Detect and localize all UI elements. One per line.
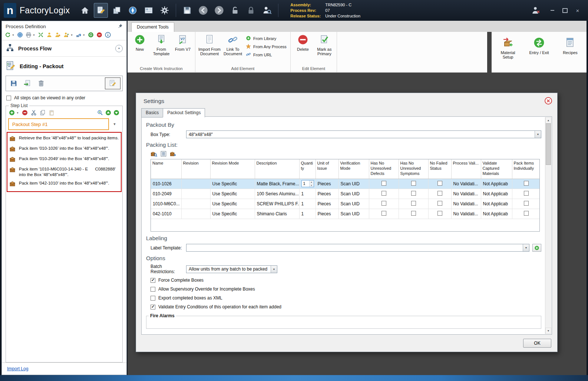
import-step-button[interactable] [22,77,33,89]
list-view-icon[interactable] [160,150,167,157]
print-caret-icon[interactable]: ▼ [33,34,35,36]
quantity-spinner[interactable]: 1▲▼ [301,180,314,187]
from-template-button[interactable]: From Template [151,33,172,57]
user-star-icon[interactable] [55,32,61,38]
no-failed-status-checkbox[interactable] [437,211,442,216]
add-step-caret-icon[interactable]: ▼ [16,112,19,114]
find-box-icon[interactable] [151,150,157,157]
validate-entry-conditions-checkbox[interactable] [151,305,155,309]
col-unit-of-issue-header[interactable]: Unit of Issue [316,159,338,179]
col-quantity-header[interactable]: Quantity [299,159,316,179]
entry-exit-button[interactable]: Entry / Exit [526,36,552,56]
navigator-icon[interactable] [126,3,140,18]
col-has-no-unresolved-symptoms-header[interactable]: Has No Unresolved Symptoms [399,159,428,179]
collapse-chevron-icon[interactable]: ▼ [115,45,123,52]
delete-element-button[interactable]: Delete [293,33,313,53]
scroll-up-icon[interactable]: ▲ [545,117,551,123]
step-dropdown-chevron-icon[interactable]: ▼ [109,122,120,126]
process-flow-row[interactable]: Process Flow ▼ [2,40,126,57]
packing-row-4[interactable]: 042-1010 Use Specific Shimano Claris 1 P… [151,209,540,219]
has-no-unresolved-defects-checkbox[interactable] [381,181,386,186]
mark-as-primary-button[interactable]: Mark as Primary [314,33,335,57]
add-label-template-button[interactable] [532,244,541,252]
ok-button[interactable]: OK [523,339,551,348]
pack-items-individually-checkbox[interactable] [524,211,529,216]
packing-row-3[interactable]: 1010-M6C0... Use Specific SCREW PHILLIPS… [151,199,540,209]
undo-back-icon[interactable] [196,3,210,18]
col-verification-mode-header[interactable]: Verification Mode [338,159,369,179]
supervisory-override-checkbox[interactable] [151,287,155,292]
save-icon[interactable] [180,3,194,18]
delete-step-button[interactable] [35,77,47,89]
user-icon[interactable] [46,32,52,38]
export-xml-checkbox[interactable] [151,296,155,301]
box-export-icon[interactable] [170,150,176,157]
scroll-down-icon[interactable]: ▼ [545,328,551,334]
col-revision-header[interactable]: Revision [181,159,210,179]
sync-icon[interactable] [88,32,94,38]
move-step-down-icon[interactable] [113,110,119,116]
step-action-item[interactable]: Pack item '010-2049' into the Box '48"x4… [9,156,119,163]
no-failed-status-checkbox[interactable] [437,201,442,206]
col-no-failed-status-header[interactable]: No Failed Status [428,159,451,179]
col-name-header[interactable]: Name [151,159,181,179]
logout-user-icon[interactable] [529,3,543,18]
step-action-item[interactable]: Pack item '1010-M6C010-14-340 - E C08828… [9,166,119,178]
spinner-down-icon[interactable]: ▼ [310,184,314,187]
pack-items-individually-checkbox[interactable] [524,191,529,196]
edit-step-document-button[interactable] [105,77,120,89]
cut-icon[interactable] [31,110,37,116]
import-log-link[interactable]: Import Log [7,366,28,371]
expand-all-icon[interactable] [38,32,44,38]
redo-forward-icon[interactable] [212,3,226,18]
has-no-unresolved-symptoms-checkbox[interactable] [411,211,416,216]
col-revision-mode-header[interactable]: Revision Mode [210,159,255,179]
move-step-up-icon[interactable] [105,110,111,116]
label-template-select[interactable]: ▼ [186,244,529,252]
col-pack-items-individually-header[interactable]: Pack Items Individually [512,159,540,179]
find-user-icon[interactable] [260,3,274,18]
has-no-unresolved-defects-checkbox[interactable] [381,201,386,206]
step-action-item[interactable]: Retrieve the Box '48"x48"x48"' to load p… [9,135,119,143]
close-window-button[interactable]: × [575,7,581,13]
minimize-button[interactable] [549,7,555,13]
import-from-document-button[interactable]: Import From Document [197,33,222,57]
box-type-select[interactable]: 48"x48"x48" ▼ [186,130,541,138]
zoom-step-icon[interactable] [97,110,103,116]
refresh-icon[interactable] [5,32,11,38]
layers-icon[interactable] [110,3,124,18]
copy-icon[interactable] [40,110,46,116]
user-flag-icon[interactable] [63,32,69,38]
col-has-no-unresolved-defects-header[interactable]: Has No Unresolved Defects [369,159,399,179]
dialog-close-icon[interactable]: ✕ [545,97,552,105]
scroll-thumb[interactable] [546,123,551,165]
packing-row-2[interactable]: 010-2049 Use Specific 100 Series Aluminu… [151,189,540,199]
no-failed-status-checkbox[interactable] [437,191,442,196]
stop-icon[interactable] [96,32,102,38]
view-any-order-checkbox[interactable] [6,96,11,100]
globe-icon[interactable] [17,32,23,38]
has-no-unresolved-symptoms-checkbox[interactable] [411,181,416,186]
new-button[interactable]: New [129,33,150,53]
save-step-button[interactable] [8,77,20,89]
pack-items-individually-checkbox[interactable] [524,201,529,206]
has-no-unresolved-symptoms-checkbox[interactable] [411,201,416,206]
from-any-process-button[interactable]: From Any Process [246,44,287,50]
info-icon[interactable] [105,32,111,38]
user-flag-caret-icon[interactable]: ▼ [70,34,73,36]
unlock-icon[interactable] [228,3,242,18]
add-step-icon[interactable] [9,110,15,116]
maximize-button[interactable] [562,7,568,13]
selected-step-field[interactable]: Packout Step #1 [8,118,109,130]
col-process-validation-header[interactable]: Process Vali... [451,159,481,179]
home-icon[interactable] [78,3,92,18]
has-no-unresolved-defects-checkbox[interactable] [381,211,386,216]
tab-packout-settings[interactable]: Packout Settings [163,108,205,117]
work-instructions-icon[interactable] [94,3,108,18]
from-v7-button[interactable]: V7 From V7 [172,33,193,53]
settings-gear-icon[interactable] [158,3,172,18]
from-library-button[interactable]: From Library [246,36,287,42]
reports-icon[interactable] [142,3,156,18]
spinner-up-icon[interactable]: ▲ [310,180,314,184]
has-no-unresolved-defects-checkbox[interactable] [381,191,386,196]
